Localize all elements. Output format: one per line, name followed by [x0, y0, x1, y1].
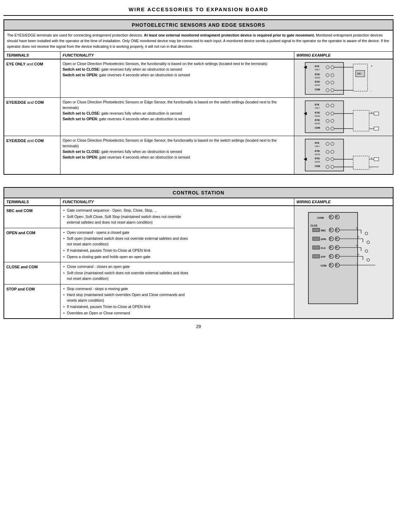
cs-sbc-bullets: Gate command sequence - Open, Stop, Clos…	[63, 208, 193, 225]
cs-open-and: and	[17, 231, 26, 235]
control-station-section: CONTROL STATION TERMINALS FUNCTIONALITY …	[4, 187, 393, 319]
cs-header-functionality: FUNCTIONALITY	[60, 198, 294, 205]
svg-text:ONLY: ONLY	[315, 107, 320, 109]
header-wiring: WIRING EXAMPLE	[294, 52, 393, 59]
svg-text:EDGE: EDGE	[315, 77, 320, 79]
svg-rect-94	[313, 246, 320, 249]
cs-sbc-and: and	[14, 209, 24, 213]
svg-text:+: +	[356, 226, 358, 230]
svg-rect-19	[353, 64, 367, 91]
svg-text:EYE/: EYE/	[315, 119, 320, 121]
svg-text:+: +	[356, 244, 358, 248]
terminal-2-and: and	[26, 100, 34, 104]
svg-point-116	[367, 241, 370, 244]
func-1-close-text: gate reverses fully when an obstruction …	[100, 67, 182, 71]
spacer	[4, 175, 393, 184]
func-1-open-label: Switch set to OPEN:	[63, 73, 98, 77]
svg-text:⊕: ⊕	[335, 215, 338, 218]
cs-wiring: COM ⊕ ⊕ CLOS SBC ⊕ ⊕ OPN ⊕	[294, 206, 393, 318]
cs-sbc-bullet-2: Soft Open ,Soft Close, Soft Stop (mainta…	[63, 214, 193, 225]
cs-rows-container: SBC and COM Gate command sequence - Open…	[4, 206, 393, 318]
cs-sbc-bullet-1: Gate command sequence - Open, Stop, Clos…	[63, 208, 193, 213]
svg-text:EYE: EYE	[315, 65, 319, 68]
cs-header-terminals: TERMINALS	[4, 198, 60, 205]
func-2-close-label: Switch set to CLOSE:	[63, 111, 100, 115]
svg-text:⊕: ⊕	[329, 255, 332, 258]
svg-text:⊕: ⊕	[335, 228, 338, 231]
func-2-desc: Open or Close Direction Photoelectric Se…	[63, 100, 277, 110]
cs-close-com: COM	[29, 265, 38, 269]
terminal-3-com: COM	[35, 139, 44, 143]
svg-rect-82	[313, 228, 320, 232]
svg-text:COM: COM	[317, 216, 324, 219]
terminal-2-com: COM	[35, 100, 44, 104]
cs-sbc-com: COM	[24, 209, 33, 213]
func-1-close-label: Switch set to CLOSE:	[63, 67, 100, 71]
svg-text:ONLY: ONLY	[315, 69, 320, 71]
cs-stop-bullet-2: Hard stop (maintained switch overrides O…	[63, 292, 193, 303]
cs-row-open: OPEN and COM Open command - opens a clos…	[4, 228, 294, 263]
svg-text:EYE/: EYE/	[315, 150, 320, 152]
svg-text:⊕: ⊕	[329, 228, 332, 231]
svg-rect-43	[353, 110, 369, 131]
cs-left-cols: SBC and COM Gate command sequence - Open…	[4, 206, 294, 318]
terminal-3: EYE/EDGE and COM	[4, 136, 60, 174]
cs-row-sbc: SBC and COM Gate command sequence - Open…	[4, 206, 294, 228]
svg-text:+: +	[371, 156, 372, 160]
cs-open-bullet-4: Opens a closing gate and holds open an o…	[63, 254, 193, 260]
terminal-2-bold: EYE/EDGE	[6, 100, 26, 104]
cs-open-com: COM	[26, 231, 36, 235]
svg-rect-50	[305, 139, 344, 171]
func-2-close-text: gate reverses fully when an obstruction …	[100, 111, 182, 115]
svg-text:+: +	[371, 111, 372, 114]
svg-point-119	[365, 250, 368, 252]
terminal-1-com: COM	[34, 62, 43, 66]
header-terminals: TERMINALS	[4, 52, 60, 59]
cs-table-header: TERMINALS FUNCTIONALITY WIRING EXAMPLE	[4, 198, 393, 206]
cs-close-bullets: Close command - closes an open gate Soft…	[63, 264, 193, 281]
svg-text:OPN: OPN	[321, 238, 326, 241]
cs-close-and: and	[20, 265, 29, 269]
svg-rect-49	[374, 127, 379, 130]
func-3-close-label: Switch set to CLOSE:	[63, 149, 100, 154]
svg-text:⊕: ⊕	[329, 215, 332, 218]
func-1-open-text: gate reverses 4 seconds when an obstruct…	[98, 73, 190, 77]
svg-rect-47	[374, 112, 379, 115]
cs-row-stop: STOP and COM Stop command - stops a movi…	[4, 284, 294, 319]
photo-row-3: EYE/EDGE and COM Open or Close Direction…	[4, 136, 393, 174]
cs-func-close: Close command - closes an open gate Soft…	[60, 262, 196, 284]
cs-func-open: Open command - opens a closed gate Soft …	[60, 228, 196, 262]
svg-text:EDGE: EDGE	[315, 115, 320, 117]
svg-text:ONLY: ONLY	[315, 146, 320, 148]
svg-text:+: +	[358, 253, 359, 256]
func-2-open-label: Switch set to OPEN:	[63, 117, 98, 121]
svg-text:STP: STP	[321, 256, 326, 258]
svg-text:⊕: ⊕	[329, 263, 332, 267]
svg-point-113	[365, 232, 368, 235]
cs-open-bullet-3: If maintained, pauses Timer-to-Close at …	[63, 248, 193, 254]
terminal-2: EYE/EDGE and COM	[4, 98, 60, 136]
functionality-1: Open or Close Direction Photoelectric Se…	[60, 59, 294, 97]
svg-text:-: -	[371, 128, 372, 131]
wiring-diagram-3: EYE ONLY EYE/ EDGE EYE/ EDGE COM +	[298, 137, 389, 173]
cs-stop-bullets: Stop command - stops a moving gate Hard …	[63, 286, 193, 316]
svg-text:⊕: ⊕	[329, 246, 332, 249]
functionality-2: Open or Close Direction Photoelectric Se…	[60, 98, 294, 136]
svg-text:COM: COM	[315, 88, 320, 91]
svg-text:EYE: EYE	[315, 142, 319, 144]
svg-text:⊕: ⊕	[335, 255, 338, 258]
cs-header-wiring: WIRING EXAMPLE	[294, 198, 393, 205]
functionality-3: Open or Close Direction Photoelectric Se…	[60, 136, 294, 174]
cs-sbc-bold: SBC	[6, 209, 14, 213]
svg-rect-88	[313, 237, 320, 241]
svg-text:EDGE: EDGE	[315, 161, 320, 163]
svg-text:SBC: SBC	[321, 229, 326, 232]
svg-text:⊕: ⊕	[335, 237, 338, 240]
cs-func-stop: Stop command - stops a moving gate Hard …	[60, 284, 196, 319]
svg-text:EDGE: EDGE	[315, 122, 320, 124]
svg-text:EYE/: EYE/	[315, 111, 320, 114]
cs-close-bullet-2: Soft close (maintained switch does not o…	[63, 270, 193, 282]
wiring-diagram-2: EYE ONLY EYE/ EDGE EYE/ EDGE COM +	[298, 99, 389, 134]
svg-text:EYE/: EYE/	[315, 157, 320, 160]
page-title: WIRE ACCESSORIES TO EXPANSION BOARD	[4, 4, 393, 16]
